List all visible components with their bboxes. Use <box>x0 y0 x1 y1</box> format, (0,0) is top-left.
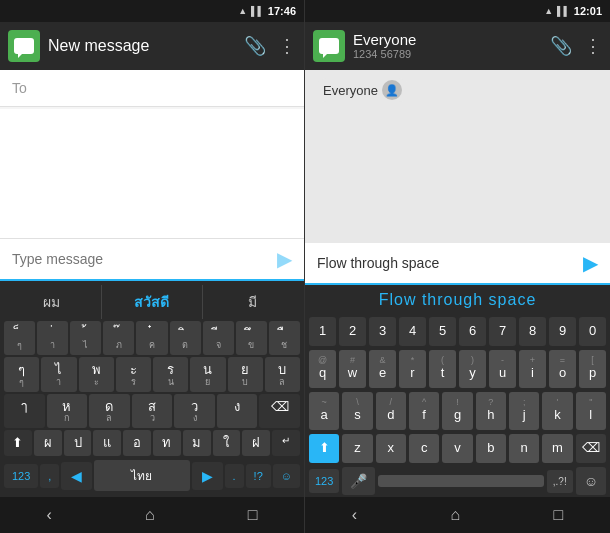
key-ใ[interactable]: ใ <box>213 430 241 456</box>
key-b[interactable]: b <box>476 434 506 463</box>
right-nav-back[interactable]: ‹ <box>352 506 357 524</box>
left-message-area[interactable] <box>0 109 304 238</box>
key-num-right[interactable]: 123 <box>309 469 339 493</box>
key-v[interactable]: v <box>442 434 472 463</box>
key-y[interactable]: )y <box>459 350 486 388</box>
suggestion-2[interactable]: มี <box>203 285 302 319</box>
key-backspace-thai[interactable]: ⌫ <box>259 394 300 429</box>
key-emoji-right[interactable]: ☺ <box>576 467 606 495</box>
left-attach-icon[interactable]: 📎 <box>244 35 266 57</box>
key-3[interactable]: 3 <box>369 317 396 346</box>
key-แ[interactable]: แ <box>93 430 121 456</box>
right-more-icon[interactable]: ⋮ <box>584 35 602 57</box>
key-8[interactable]: 8 <box>519 317 546 346</box>
key-ึ[interactable]: ึข <box>236 321 267 356</box>
key-้[interactable]: ้ไ <box>70 321 101 356</box>
key-ม[interactable]: ม <box>183 430 211 456</box>
key-u[interactable]: -u <box>489 350 516 388</box>
key-num-left[interactable]: 123 <box>4 464 38 488</box>
key-a[interactable]: ~a <box>309 392 339 430</box>
right-nav-home[interactable]: ⌂ <box>450 506 460 524</box>
key-พ[interactable]: พะ <box>79 357 114 392</box>
key-ร[interactable]: รน <box>153 357 188 392</box>
key-f[interactable]: ^f <box>409 392 439 430</box>
key-หก[interactable]: หก <box>47 394 88 429</box>
key-shift-thai[interactable]: ⬆ <box>4 430 32 456</box>
key-บ[interactable]: บล <box>265 357 300 392</box>
key-special-right[interactable]: ,.?! <box>547 470 573 493</box>
key-k[interactable]: 'k <box>542 392 572 430</box>
left-more-icon[interactable]: ⋮ <box>278 35 296 57</box>
key-space-right[interactable] <box>378 475 543 487</box>
key-t[interactable]: (t <box>429 350 456 388</box>
key-1[interactable]: 1 <box>309 317 336 346</box>
key-9[interactable]: 9 <box>549 317 576 346</box>
right-nav-recents[interactable]: □ <box>554 506 564 524</box>
right-attach-icon[interactable]: 📎 <box>550 35 572 57</box>
key-2[interactable]: 2 <box>339 317 366 346</box>
key-ะ[interactable]: ะร <box>116 357 151 392</box>
key-s[interactable]: \s <box>342 392 372 430</box>
key-ว[interactable]: วง <box>174 394 215 429</box>
left-nav-back[interactable]: ‹ <box>47 506 52 524</box>
key-4[interactable]: 4 <box>399 317 426 346</box>
key-ง[interactable]: ง <box>217 394 258 429</box>
key-5[interactable]: 5 <box>429 317 456 346</box>
key-d[interactable]: /d <box>376 392 406 430</box>
key-n[interactable]: n <box>509 434 539 463</box>
key-i[interactable]: +i <box>519 350 546 388</box>
key-p[interactable]: [p <box>579 350 606 388</box>
key-arrow-left[interactable]: ◀ <box>61 462 92 490</box>
suggestion-1[interactable]: สวัสดี <box>102 285 202 319</box>
key-mic[interactable]: 🎤 <box>342 467 375 495</box>
key-ผ[interactable]: ผ <box>34 430 62 456</box>
key-ไ[interactable]: ไา <box>41 357 76 392</box>
key-ย[interactable]: ยบ <box>228 357 263 392</box>
key-x[interactable]: x <box>376 434 406 463</box>
key-h[interactable]: ?h <box>476 392 506 430</box>
right-send-button[interactable]: ▶ <box>583 251 598 275</box>
key-อ[interactable]: อ <box>123 430 151 456</box>
key-7[interactable]: 7 <box>489 317 516 346</box>
key-period[interactable]: . <box>225 464 244 488</box>
key-๋[interactable]: ๋ค <box>136 321 167 356</box>
key-ๆ[interactable]: ๆๆ <box>4 357 39 392</box>
key-ๅ[interactable]: ๅ <box>4 394 45 429</box>
key-o[interactable]: =o <box>549 350 576 388</box>
key-๊[interactable]: ๊ภ <box>103 321 134 356</box>
suggestion-0[interactable]: ผม <box>2 285 102 319</box>
key-q[interactable]: @q <box>309 350 336 388</box>
key-ท[interactable]: ท <box>153 430 181 456</box>
left-nav-recents[interactable]: □ <box>248 506 258 524</box>
key-ี[interactable]: ีจ <box>203 321 234 356</box>
key-arrow-right[interactable]: ▶ <box>192 462 223 490</box>
key-6[interactable]: 6 <box>459 317 486 346</box>
left-send-button[interactable]: ▶ <box>277 247 292 271</box>
left-to-input[interactable] <box>35 80 292 96</box>
key-ิ[interactable]: ิต <box>170 321 201 356</box>
key-ด[interactable]: ดล <box>89 394 130 429</box>
key-ส[interactable]: สว <box>132 394 173 429</box>
key-r[interactable]: *r <box>399 350 426 388</box>
key-z[interactable]: z <box>342 434 372 463</box>
key-j[interactable]: ;j <box>509 392 539 430</box>
key-ื[interactable]: ืช <box>269 321 300 356</box>
key-special-left[interactable]: !? <box>246 464 271 488</box>
left-nav-home[interactable]: ⌂ <box>145 506 155 524</box>
key-c[interactable]: c <box>409 434 439 463</box>
right-recipient-tag[interactable]: Everyone 👤 <box>315 78 410 102</box>
key-comma[interactable]: , <box>40 464 59 488</box>
key-0[interactable]: 0 <box>579 317 606 346</box>
key-emoji-left[interactable]: ☺ <box>273 464 300 488</box>
key-space-thai[interactable]: ไทย <box>94 460 189 491</box>
key-น[interactable]: นย <box>190 357 225 392</box>
key-l[interactable]: "l <box>576 392 606 430</box>
key-ฝ[interactable]: ฝ <box>242 430 270 456</box>
key-backspace-right[interactable]: ⌫ <box>576 434 606 463</box>
key-e[interactable]: &e <box>369 350 396 388</box>
key-m[interactable]: m <box>542 434 572 463</box>
left-message-input[interactable] <box>12 251 277 267</box>
key-shift-right[interactable]: ⬆ <box>309 434 339 463</box>
key-enter-thai[interactable]: ↵ <box>272 430 300 456</box>
key-w[interactable]: #w <box>339 350 366 388</box>
